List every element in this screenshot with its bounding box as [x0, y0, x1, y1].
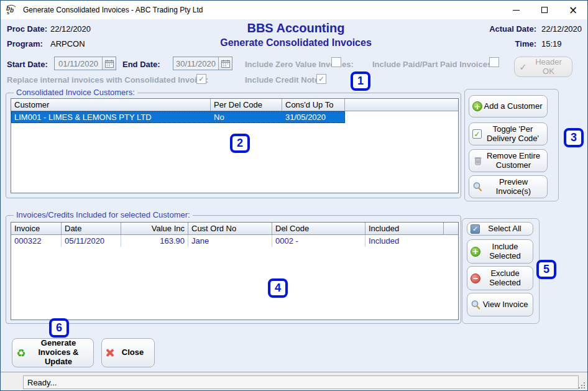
toggle-per-delivery-code-button[interactable]: ✓ Toggle 'Per Delivery Code' [469, 122, 548, 145]
page-title: BBS Accounting [156, 21, 436, 35]
col-included[interactable]: Included [365, 223, 444, 234]
select-all-label: Select All [480, 224, 530, 234]
header-ok-label: Header OK [528, 58, 569, 76]
time-label: Time: [515, 39, 536, 48]
minimize-icon [513, 10, 520, 11]
add-customer-button[interactable]: + Add a Customer [469, 95, 548, 117]
close-window-button[interactable]: × [559, 1, 587, 19]
cell-cust-ord-no: Jane [188, 235, 272, 247]
include-selected-button[interactable]: + Include Selected [467, 239, 533, 264]
magnifier-icon [471, 300, 481, 310]
generate-invoices-label: Generate Invoices & Update [27, 339, 90, 367]
invoice-row[interactable]: 000322 05/11/2020 163.90 Jane 0002 - Inc… [11, 235, 458, 247]
col-del-code[interactable]: Del Code [272, 223, 365, 234]
select-all-button[interactable]: ✓ Select All [467, 222, 533, 236]
toggle-per-delivery-code-label: Toggle 'Per Delivery Code' [482, 125, 544, 144]
col-invoice[interactable]: Invoice [11, 223, 62, 234]
col-customer[interactable]: Customer [11, 99, 211, 111]
annotation-2: 2 [230, 134, 250, 153]
include-paid-label: Include Paid/Part Paid Invoices: [372, 60, 495, 69]
start-date-label: Start Date: [7, 60, 48, 69]
remove-entire-customer-label: Remove Entire Customer [483, 152, 544, 170]
close-button[interactable]: Close [101, 338, 155, 367]
calendar-icon [105, 60, 114, 68]
actual-date-row: Actual Date: 22/12/2020 [478, 24, 584, 34]
green-checkbox-icon: ✓ [472, 129, 482, 139]
maximize-button[interactable] [530, 1, 559, 19]
end-date-calendar-button[interactable] [218, 57, 232, 70]
annotation-1: 1 [351, 71, 370, 91]
svg-text:b: b [10, 7, 14, 14]
include-credit-checkbox[interactable]: ✓ [316, 74, 326, 84]
proc-date-label: Proc Date: [7, 24, 47, 34]
include-selected-label: Include Selected [480, 242, 530, 261]
cell-invoice: 000322 [11, 235, 62, 247]
cell-included: Included [365, 235, 444, 247]
col-consd-up-to[interactable]: Cons'd Up To [282, 99, 345, 111]
cell-date: 05/11/2020 [62, 235, 121, 247]
trash-icon [472, 155, 483, 166]
replace-internal-checkbox[interactable]: ✓ [196, 74, 206, 84]
status-bar: Ready... [1, 372, 587, 391]
program-label: Program: [7, 39, 43, 48]
svg-text:s: s [7, 11, 9, 15]
col-date[interactable]: Date [62, 223, 121, 234]
red-x-icon [105, 348, 114, 357]
start-date-field[interactable]: 01/11/2020 [54, 57, 116, 70]
program-value: ARPCON [50, 39, 85, 48]
invoices-table: Invoice Date Value Inc Cust Ord No Del C… [11, 222, 459, 320]
include-paid-checkbox[interactable] [489, 57, 499, 67]
end-date-value: 30/11/2020 [173, 59, 218, 68]
recycle-icon: ♻ [16, 347, 27, 358]
status-text: Ready... [27, 378, 57, 387]
end-date-field[interactable]: 30/11/2020 [173, 57, 232, 70]
remove-entire-customer-button[interactable]: Remove Entire Customer [469, 149, 548, 172]
close-icon: × [569, 5, 577, 16]
cell-customer: LIM001 - LIMES & LEMONS PTY LTD [11, 113, 211, 122]
cell-per-del-code: No [211, 113, 282, 122]
end-date-label: End Date: [122, 60, 160, 69]
cell-consd-up-to: 31/05/2020 [282, 113, 345, 122]
invoices-group-label: Invoices/Credits Included for selected C… [14, 210, 193, 219]
col-per-del-code[interactable]: Per Del Code [211, 99, 282, 111]
window-title: Generate Consolidated Invoices - ABC Tra… [23, 6, 203, 14]
actual-date-label: Actual Date: [489, 24, 536, 34]
view-invoice-label: View Invoice [481, 300, 530, 310]
view-invoice-button[interactable]: View Invoice [467, 293, 533, 316]
replace-internal-label: Replace internal invoices with Consolida… [7, 75, 208, 85]
exclude-selected-button[interactable]: Exclude Selected [467, 266, 533, 290]
calendar-icon [221, 60, 230, 68]
include-credit-label: Include Credit Notes: [245, 75, 326, 85]
customer-row[interactable]: LIM001 - LIMES & LEMONS PTY LTD No 31/05… [11, 111, 345, 123]
maximize-icon [541, 7, 548, 13]
add-circle-icon: + [471, 247, 480, 257]
exclude-selected-label: Exclude Selected [480, 269, 530, 288]
magnifier-icon [472, 182, 483, 192]
start-date-value: 01/11/2020 [55, 59, 102, 68]
check-icon: ✓ [518, 62, 528, 72]
app-logo-icon: b b s [6, 4, 18, 16]
header-ok-button[interactable]: ✓ Header OK [514, 57, 572, 77]
proc-date-value: 22/12/2020 [50, 24, 91, 34]
customers-group-label: Consolidated Invoice Customers: [14, 88, 137, 97]
minus-circle-icon [471, 274, 480, 283]
annotation-3: 3 [564, 128, 584, 147]
preview-invoices-button[interactable]: Preview Invoice(s) [469, 175, 548, 198]
invoices-table-header: Invoice Date Value Inc Cust Ord No Del C… [11, 223, 458, 235]
status-field: Ready... [23, 375, 579, 389]
generate-invoices-button[interactable]: ♻ Generate Invoices & Update [12, 338, 94, 367]
actual-date-value: 22/12/2020 [541, 24, 584, 34]
time-value: 15:19 [541, 39, 584, 48]
time-row: Time: 15:19 [478, 39, 584, 48]
include-zero-checkbox[interactable] [331, 57, 341, 67]
app-window: b b s Generate Consolidated Invoices - A… [0, 0, 588, 391]
resize-grip[interactable] [578, 382, 586, 389]
blue-checkbox-icon: ✓ [471, 224, 480, 234]
title-bar: b b s Generate Consolidated Invoices - A… [1, 1, 587, 19]
cell-value-inc: 163.90 [121, 235, 188, 247]
col-value-inc[interactable]: Value Inc [121, 223, 188, 234]
start-date-calendar-button[interactable] [102, 57, 116, 70]
col-filler [345, 99, 458, 111]
col-cust-ord-no[interactable]: Cust Ord No [188, 223, 272, 234]
minimize-button[interactable] [502, 1, 530, 19]
